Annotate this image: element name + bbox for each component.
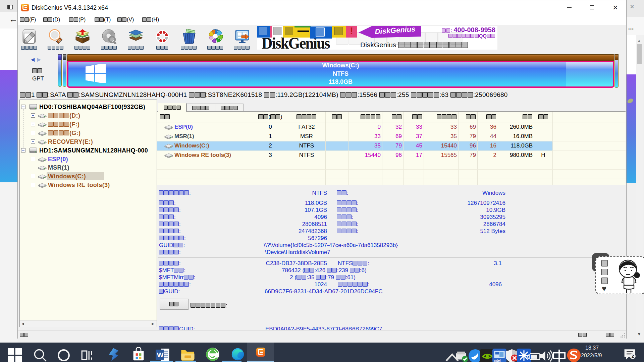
- svg-text:W: W: [157, 351, 164, 359]
- svg-text:intel: intel: [494, 358, 500, 362]
